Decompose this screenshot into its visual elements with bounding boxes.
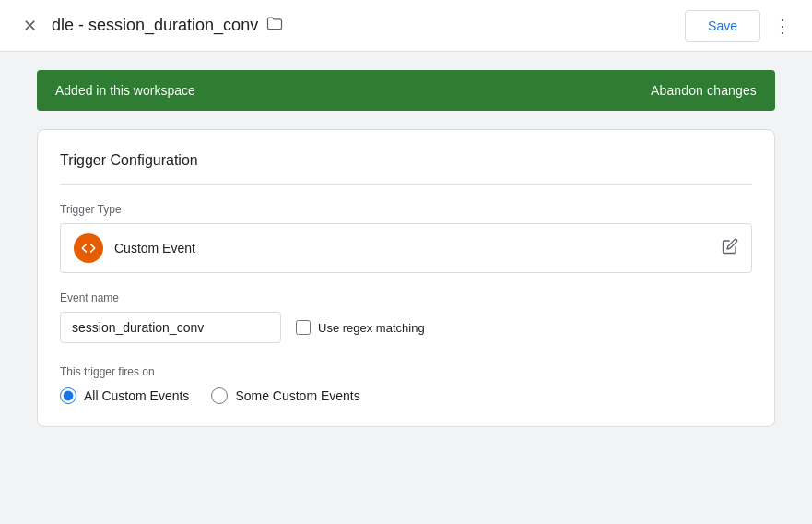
all-events-radio[interactable] xyxy=(60,387,76,404)
regex-label[interactable]: Use regex matching xyxy=(318,321,425,335)
title-text: dle - session_duration_conv xyxy=(52,16,258,35)
trigger-type-selector[interactable]: Custom Event xyxy=(60,223,752,273)
fires-on-label: This trigger fires on xyxy=(60,365,752,378)
workspace-banner: Added in this workspace Abandon changes xyxy=(37,70,775,111)
some-custom-events-option[interactable]: Some Custom Events xyxy=(211,387,359,404)
banner-message: Added in this workspace xyxy=(55,83,195,98)
trigger-type-name: Custom Event xyxy=(114,241,195,256)
save-button[interactable]: Save xyxy=(685,10,760,42)
event-name-row: Use regex matching xyxy=(60,312,752,343)
top-bar-actions: Save ⋮ xyxy=(685,10,797,42)
custom-event-icon xyxy=(74,233,103,263)
abandon-changes-button[interactable]: Abandon changes xyxy=(651,83,757,98)
all-events-label[interactable]: All Custom Events xyxy=(84,388,189,403)
event-name-section: Event name Use regex matching xyxy=(60,292,752,343)
edit-trigger-icon[interactable] xyxy=(722,238,738,258)
content-area: Added in this workspace Abandon changes … xyxy=(0,52,812,446)
some-events-radio[interactable] xyxy=(211,387,228,404)
all-custom-events-option[interactable]: All Custom Events xyxy=(60,387,189,404)
event-name-label: Event name xyxy=(60,292,752,304)
close-icon: ✕ xyxy=(23,16,37,36)
regex-checkbox[interactable] xyxy=(296,320,311,335)
radio-group: All Custom Events Some Custom Events xyxy=(60,387,752,404)
trigger-type-left: Custom Event xyxy=(74,233,195,263)
page-title: dle - session_duration_conv xyxy=(52,14,685,37)
folder-icon[interactable] xyxy=(265,14,284,37)
trigger-config-card: Trigger Configuration Trigger Type Custo… xyxy=(37,129,775,427)
trigger-type-section: Trigger Type Custom Event xyxy=(60,203,752,273)
more-icon: ⋮ xyxy=(773,15,792,37)
some-events-label[interactable]: Some Custom Events xyxy=(235,388,359,403)
close-button[interactable]: ✕ xyxy=(15,11,44,41)
card-title: Trigger Configuration xyxy=(60,152,752,185)
top-bar: ✕ dle - session_duration_conv Save ⋮ xyxy=(0,0,812,52)
fires-on-section: This trigger fires on All Custom Events … xyxy=(60,365,752,404)
more-options-button[interactable]: ⋮ xyxy=(768,11,797,41)
event-name-input[interactable] xyxy=(60,312,281,343)
trigger-type-label: Trigger Type xyxy=(60,203,752,216)
regex-checkbox-row: Use regex matching xyxy=(296,320,425,335)
